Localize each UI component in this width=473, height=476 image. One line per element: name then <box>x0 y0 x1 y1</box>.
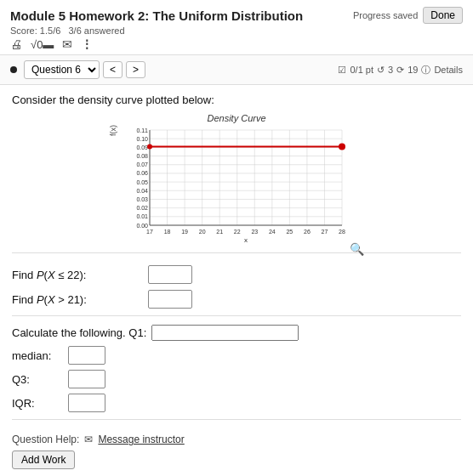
find-p1-row: Find P(X ≤ 22): <box>12 265 461 284</box>
question-bar-left: Question 6 < > <box>10 60 145 79</box>
calc-q1-row: Calculate the following. Q1: <box>12 325 461 341</box>
divider-3 <box>12 419 461 420</box>
question-bar-right: ☑ 0/1 pt ↺ 3 ⟳ 19 ⓘ Details <box>338 64 463 76</box>
header-right: Progress saved Done <box>353 7 463 24</box>
graph-inner: 🔍 <box>119 125 364 244</box>
median-label: median: <box>12 349 63 362</box>
calc-heading: Calculate the following. Q1: <box>12 326 146 339</box>
q3-label: Q3: <box>12 373 63 386</box>
calc-section: Calculate the following. Q1: median: Q3:… <box>12 325 461 412</box>
score-text: Score: 1.5/6 <box>10 26 60 36</box>
y-axis-label: f(x) <box>109 125 117 136</box>
next-button[interactable]: > <box>126 61 145 78</box>
zoom-icon[interactable]: 🔍 <box>350 242 364 256</box>
progress-saved-text: Progress saved <box>353 10 418 20</box>
header: Module 5 Homework 2: The Uniform Distrib… <box>0 0 473 55</box>
divider-1 <box>12 252 461 253</box>
retries-text: 3 <box>388 65 393 75</box>
retry-icon: ↺ <box>377 65 385 76</box>
find-p2-input[interactable] <box>148 290 192 309</box>
add-work-button[interactable]: Add Work <box>12 450 75 469</box>
iqr-input[interactable] <box>68 394 105 412</box>
q1-input[interactable] <box>151 325 299 341</box>
mail-icon[interactable]: ✉ <box>62 37 72 51</box>
density-chart-canvas <box>119 125 349 244</box>
question-help: Question Help: ✉ Message instructor <box>12 434 461 445</box>
q3-row: Q3: <box>12 370 461 388</box>
graph-title: Density Curve <box>109 113 364 123</box>
done-button[interactable]: Done <box>423 7 463 24</box>
score-line: Score: 1.5/6 3/6 answered <box>10 26 463 36</box>
answered-text: 3/6 answered <box>69 26 125 36</box>
find-p2-label: Find P(X > 21): <box>12 293 148 306</box>
details-label[interactable]: Details <box>434 65 463 75</box>
median-row: median: <box>12 346 461 365</box>
divider-2 <box>12 315 461 316</box>
question-prompt: Consider the density curve plotted below… <box>12 94 461 106</box>
submissions-text: 19 <box>407 65 418 75</box>
print-icon[interactable]: 🖨 <box>10 37 22 51</box>
points-text: 0/1 pt <box>350 65 373 75</box>
info-icon[interactable]: ⓘ <box>421 64 430 76</box>
sqrt-icon[interactable]: √0▬ <box>31 38 54 51</box>
find-p2-row: Find P(X > 21): <box>12 290 461 309</box>
find-p1-label: Find P(X ≤ 22): <box>12 269 148 281</box>
iqr-row: IQR: <box>12 394 461 412</box>
main-content: Consider the density curve plotted below… <box>0 85 473 476</box>
iqr-label: IQR: <box>12 397 63 410</box>
page-title: Module 5 Homework 2: The Uniform Distrib… <box>10 8 303 23</box>
more-icon[interactable]: ⋮ <box>81 37 93 51</box>
mail-help-icon: ✉ <box>84 434 93 445</box>
graph-wrap: f(x) 🔍 <box>109 125 364 244</box>
submissions-icon: ⟳ <box>396 65 404 76</box>
find-p1-input[interactable] <box>148 265 192 284</box>
median-input[interactable] <box>68 346 105 365</box>
fields-section: Find P(X ≤ 22): Find P(X > 21): <box>12 265 461 309</box>
prev-button[interactable]: < <box>103 61 123 78</box>
question-select[interactable]: Question 6 <box>24 60 100 79</box>
question-dot <box>10 66 17 73</box>
message-instructor-link[interactable]: Message instructor <box>98 434 184 445</box>
graph-container: Density Curve f(x) 🔍 <box>109 113 364 244</box>
question-help-label: Question Help: <box>12 434 79 445</box>
toolbar: 🖨 √0▬ ✉ ⋮ <box>10 37 463 51</box>
checkbox-icon: ☑ <box>338 65 346 76</box>
q3-input[interactable] <box>68 370 105 388</box>
question-bar: Question 6 < > ☑ 0/1 pt ↺ 3 ⟳ 19 ⓘ Detai… <box>0 55 473 85</box>
